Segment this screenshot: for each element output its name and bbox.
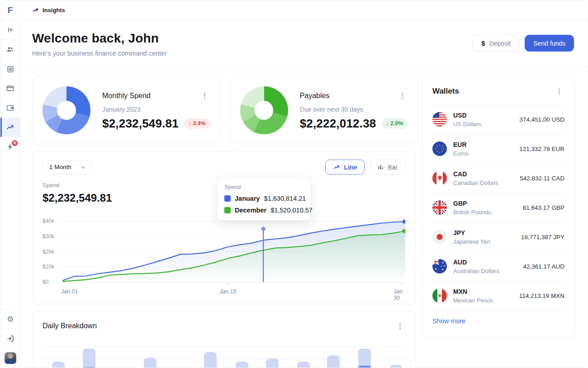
daily-bar[interactable] <box>83 349 95 368</box>
sidebar-item-settings[interactable]: ⚙ <box>0 309 20 329</box>
daily-bar[interactable] <box>144 358 156 368</box>
tooltip-series-label: December <box>235 207 266 214</box>
payables-title: Payables <box>300 92 330 100</box>
daily-bar[interactable] <box>52 362 65 368</box>
show-more-link[interactable]: Show more <box>432 311 564 325</box>
daily-bar[interactable] <box>358 349 371 368</box>
y-tick-label: $30k <box>43 233 54 240</box>
tooltip-series-value: $1,520,010.57 <box>270 207 313 214</box>
page-header: Welcome back, John Here’s your business … <box>32 20 574 67</box>
wallet-code: EUR <box>453 141 469 148</box>
sidebar-item-activity[interactable]: 8 <box>0 137 20 156</box>
tooltip-row: December$1,520,010.57 <box>224 207 303 214</box>
daily-breakdown-card: Daily Breakdown <box>32 311 416 368</box>
daily-bar[interactable] <box>297 362 310 368</box>
monthly-spend-title: Monthly Spend <box>102 92 151 100</box>
daily-bar[interactable] <box>327 355 340 368</box>
y-tick-label: $10k <box>43 264 54 270</box>
wallet-name: Mexican Pesos <box>453 297 493 304</box>
daily-bar[interactable] <box>204 352 217 368</box>
daily-bar-highlight <box>358 366 371 368</box>
eur-flag-icon <box>432 142 447 156</box>
monthly-spend-amount: $2,232,549.81 <box>102 117 179 131</box>
line-chart-icon <box>333 164 340 171</box>
sidebar-item-profile[interactable] <box>0 348 20 368</box>
send-funds-button[interactable]: Send funds <box>525 35 574 52</box>
series-swatch-icon <box>224 195 231 202</box>
daily-breakdown-menu-button[interactable] <box>394 321 405 331</box>
invoice-list-icon <box>6 65 14 73</box>
sidebar-item-wallet[interactable] <box>0 98 20 118</box>
x-tick-label: Jan 30 <box>394 288 403 301</box>
wallet-name: British Pounds <box>453 209 491 216</box>
wallet-row[interactable]: MXNMexican Pesos114,213.19 MXN <box>432 281 564 311</box>
topbar: Insights <box>20 0 588 20</box>
wallet-row[interactable]: JPYJapanese Yen18,771,387 JPY <box>432 222 564 252</box>
wallet-name: Canadian Dollars <box>453 179 498 186</box>
aud-flag-icon <box>432 259 447 274</box>
y-tick-label: $40k <box>43 218 54 224</box>
logo-letter: F <box>8 5 13 15</box>
x-tick-label: Jan 15 <box>219 288 237 295</box>
wallet-name: Euros <box>453 150 469 157</box>
payables-delta-badge: ↓ 2.0% <box>382 118 408 129</box>
kebab-icon <box>399 326 401 327</box>
bar-toggle-button[interactable]: Bar <box>370 160 405 175</box>
payables-donut-chart[interactable] <box>240 86 288 134</box>
x-tick-label: Jan 01 <box>61 288 78 295</box>
breadcrumb-insights-icon <box>32 7 39 14</box>
wallet-code: USD <box>453 112 481 119</box>
arrow-up-icon: ↑ <box>189 120 191 127</box>
daily-bar[interactable] <box>236 362 248 368</box>
jpy-flag-icon <box>432 230 447 244</box>
wallets-panel: Wallets USDUS Dollars374,451.00 USDEUREu… <box>422 76 575 338</box>
wallet-row[interactable]: EUREuros121,332.78 EUR <box>432 134 564 164</box>
sidebar-item-collapse[interactable] <box>0 20 20 40</box>
tooltip-series-value: $1,630,814.21 <box>264 195 306 202</box>
trending-up-icon <box>6 123 14 132</box>
gridline <box>43 346 405 347</box>
y-tick-label: $20k <box>43 249 54 255</box>
monthly-spend-donut-chart[interactable] <box>43 86 90 134</box>
wallet-code: GBP <box>453 200 491 207</box>
gear-icon: ⚙ <box>7 315 14 324</box>
spend-line-chart[interactable] <box>62 211 405 287</box>
spend-chart-card: 1 Month Line Bar <box>32 151 416 304</box>
sidebar-item-insights[interactable] <box>0 118 20 137</box>
deposit-button[interactable]: $ Deposit <box>473 35 519 52</box>
sidebar-item-logout[interactable] <box>0 329 20 348</box>
cad-flag-icon <box>432 171 447 185</box>
wallet-row[interactable]: USDUS Dollars374,451.00 USD <box>432 105 564 134</box>
wallets-menu-button[interactable] <box>554 86 564 97</box>
line-toggle-button[interactable]: Line <box>325 160 365 175</box>
mxn-flag-icon <box>432 288 447 303</box>
wallets-title: Wallets <box>432 87 459 96</box>
wallet-row[interactable]: GBPBritish Pounds81,643.17 GBP <box>432 193 564 222</box>
tooltip-header: Spend <box>224 184 303 190</box>
wallet-row[interactable]: CADCanadian Dollars542,832.11 CAD <box>432 164 564 193</box>
sidebar-item-cards[interactable] <box>0 79 20 98</box>
sidebar-item-invoices[interactable] <box>0 59 20 79</box>
daily-bar[interactable] <box>389 365 402 368</box>
sidebar-item-users[interactable] <box>0 40 20 59</box>
monthly-spend-period: January 2023 <box>102 106 210 113</box>
app-window: F 8 ⚙ <box>0 0 588 368</box>
payables-amount: $2,222,012.38 <box>300 117 376 131</box>
wallet-code: MXN <box>453 288 493 295</box>
deposit-label: Deposit <box>489 40 511 47</box>
chart-tooltip: Spend January$1,630,814.21December$1,520… <box>217 178 311 221</box>
notification-badge: 8 <box>12 140 18 146</box>
payables-menu-button[interactable] <box>397 90 408 101</box>
chart-cursor-dot <box>261 227 266 231</box>
range-select[interactable]: 1 Month <box>43 160 92 175</box>
wallet-balance: 114,213.19 MXN <box>519 293 564 299</box>
wallet-code: CAD <box>453 170 498 178</box>
monthly-spend-menu-button[interactable] <box>199 90 210 101</box>
wallet-balance: 374,451.00 USD <box>519 116 564 123</box>
logout-icon <box>6 335 14 343</box>
daily-bar[interactable] <box>266 359 279 368</box>
wallet-icon <box>6 104 14 112</box>
app-logo[interactable]: F <box>0 0 20 20</box>
wallet-row[interactable]: AUDAustralian Dollars42,361.17 AUD <box>432 252 564 281</box>
main-area: Insights Welcome back, John Here’s your … <box>20 0 588 368</box>
